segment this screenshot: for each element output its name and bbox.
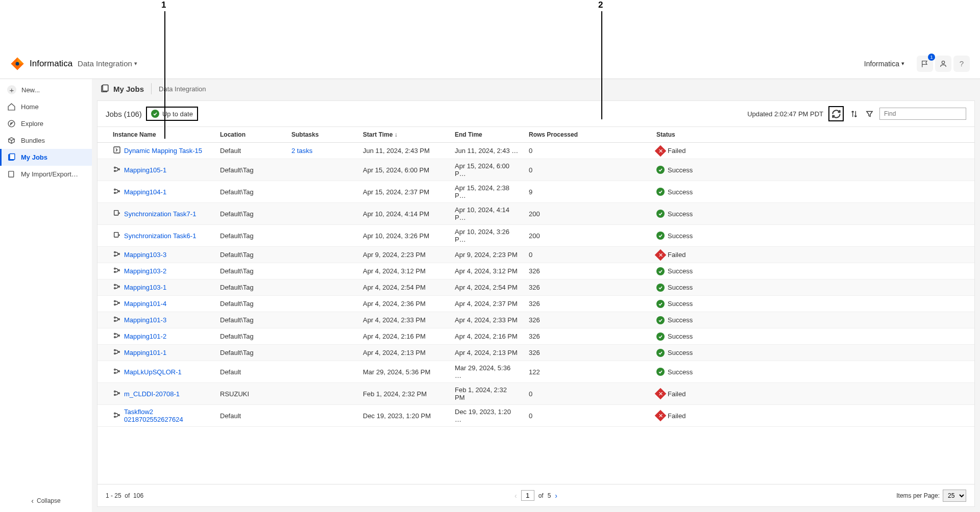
col-location[interactable]: Location bbox=[215, 127, 286, 143]
refresh-button[interactable] bbox=[831, 109, 841, 119]
app-switcher[interactable]: Data Integration▾ bbox=[78, 59, 137, 68]
home-icon bbox=[7, 103, 16, 111]
rows-processed-cell: 326 bbox=[524, 263, 651, 279]
table-row[interactable]: Mapping105-1Default\TagApr 15, 2024, 6:0… bbox=[97, 159, 974, 181]
location-cell: Default\Tag bbox=[215, 181, 286, 203]
page-number-input[interactable] bbox=[521, 490, 534, 501]
start-time-cell: Apr 15, 2024, 2:37 PM bbox=[358, 181, 450, 203]
sort-button[interactable] bbox=[849, 109, 859, 119]
start-time-cell: Jun 11, 2024, 2:43 PM bbox=[358, 143, 450, 159]
instance-name-link[interactable]: Mapping101-4 bbox=[124, 300, 166, 308]
svg-point-44 bbox=[114, 391, 116, 392]
job-type-icon bbox=[113, 389, 121, 399]
items-per-page-select[interactable]: 25 bbox=[943, 490, 966, 502]
sidebar-item-import-export[interactable]: My Import/Export… bbox=[0, 166, 92, 183]
table-row[interactable]: MapLkUpSQLOR-1DefaultMar 29, 2024, 5:36 … bbox=[97, 361, 974, 383]
status-cell: Success bbox=[656, 332, 969, 341]
help-button[interactable]: ? bbox=[953, 56, 970, 72]
col-start-time[interactable]: Start Time ↓ bbox=[358, 127, 450, 143]
instance-name-link[interactable]: Mapping101-3 bbox=[124, 316, 166, 324]
instance-name-link[interactable]: Mapping103-1 bbox=[124, 284, 166, 291]
col-instance-name[interactable]: Instance Name bbox=[97, 127, 215, 143]
status-cell: Success bbox=[656, 316, 969, 324]
informatica-logo-icon bbox=[10, 57, 24, 71]
col-rows-processed[interactable]: Rows Processed bbox=[524, 127, 651, 143]
failed-icon: ✕ bbox=[655, 145, 667, 157]
subtasks-cell bbox=[286, 361, 358, 383]
start-time-cell: Dec 19, 2023, 1:20 PM bbox=[358, 405, 450, 427]
location-cell: Default\Tag bbox=[215, 345, 286, 361]
sidebar-item-new[interactable]: + New... bbox=[0, 81, 92, 98]
location-cell: Default\Tag bbox=[215, 279, 286, 296]
svg-point-24 bbox=[114, 271, 116, 273]
subtasks-cell bbox=[286, 247, 358, 263]
sidebar-item-bundles[interactable]: Bundles bbox=[0, 132, 92, 149]
prev-page-button[interactable]: ‹ bbox=[514, 492, 517, 500]
svg-point-23 bbox=[114, 268, 116, 269]
sidebar-item-label: Home bbox=[21, 103, 39, 111]
sidebar-item-my-jobs[interactable]: My Jobs bbox=[0, 149, 92, 166]
notifications-button[interactable]: 1 bbox=[917, 56, 933, 72]
start-time-cell: Apr 9, 2024, 2:23 PM bbox=[358, 247, 450, 263]
table-row[interactable]: Mapping103-1Default\TagApr 4, 2024, 2:54… bbox=[97, 279, 974, 296]
table-row[interactable]: Mapping101-3Default\TagApr 4, 2024, 2:33… bbox=[97, 312, 974, 328]
location-cell: Default bbox=[215, 405, 286, 427]
svg-point-20 bbox=[114, 251, 116, 253]
org-switcher[interactable]: Informatica▾ bbox=[864, 60, 904, 68]
collapse-sidebar-button[interactable]: ‹ Collapse bbox=[0, 490, 92, 512]
status-cell: Success bbox=[656, 349, 969, 357]
instance-name-link[interactable]: Dynamic Mapping Task-15 bbox=[124, 147, 202, 155]
find-input[interactable] bbox=[879, 108, 966, 120]
sidebar-item-label: Bundles bbox=[21, 137, 45, 144]
table-row[interactable]: Mapping101-2Default\TagApr 4, 2024, 2:16… bbox=[97, 328, 974, 345]
instance-name-link[interactable]: Mapping101-1 bbox=[124, 349, 166, 356]
instance-name-link[interactable]: Mapping104-1 bbox=[124, 188, 166, 196]
success-icon bbox=[656, 210, 665, 218]
col-subtasks[interactable]: Subtasks bbox=[286, 127, 358, 143]
instance-name-link[interactable]: Taskflow2 0218702552627624 bbox=[124, 408, 210, 423]
end-time-cell: Apr 10, 2024, 4:14 P… bbox=[450, 203, 524, 225]
sidebar-item-label: New... bbox=[21, 86, 40, 94]
instance-name-link[interactable]: Mapping103-2 bbox=[124, 267, 166, 275]
instance-name-link[interactable]: MapLkUpSQLOR-1 bbox=[124, 368, 182, 376]
rows-processed-cell: 0 bbox=[524, 143, 651, 159]
table-row[interactable]: m_CLDDI-20708-1RSUZUKIFeb 1, 2024, 2:32 … bbox=[97, 383, 974, 405]
user-button[interactable] bbox=[935, 56, 951, 72]
table-row[interactable]: Synchronization Task7-1Default\TagApr 10… bbox=[97, 203, 974, 225]
subtasks-link[interactable]: 2 tasks bbox=[291, 147, 312, 155]
job-type-icon bbox=[113, 315, 121, 325]
filter-button[interactable] bbox=[864, 109, 874, 119]
table-row[interactable]: Mapping103-2Default\TagApr 4, 2024, 3:12… bbox=[97, 263, 974, 279]
col-status[interactable]: Status bbox=[651, 127, 974, 143]
divider bbox=[151, 83, 152, 94]
sidebar-item-home[interactable]: Home bbox=[0, 98, 92, 115]
instance-name-link[interactable]: Mapping105-1 bbox=[124, 166, 166, 174]
table-row[interactable]: Synchronization Task6-1Default\TagApr 10… bbox=[97, 225, 974, 247]
subtasks-cell bbox=[286, 312, 358, 328]
instance-name-link[interactable]: m_CLDDI-20708-1 bbox=[124, 390, 180, 398]
status-cell: Success bbox=[656, 232, 969, 240]
sidebar-item-explore[interactable]: Explore bbox=[0, 115, 92, 132]
table-row[interactable]: Mapping104-1Default\TagApr 15, 2024, 2:3… bbox=[97, 181, 974, 203]
table-row[interactable]: Mapping103-3Default\TagApr 9, 2024, 2:23… bbox=[97, 247, 974, 263]
instance-name-link[interactable]: Synchronization Task7-1 bbox=[124, 210, 196, 218]
page-range: 1 - 25 of 106 bbox=[106, 492, 143, 499]
next-page-button[interactable]: › bbox=[555, 492, 557, 500]
job-type-icon bbox=[113, 231, 121, 241]
instance-name-link[interactable]: Synchronization Task6-1 bbox=[124, 232, 196, 240]
job-type-icon bbox=[113, 367, 121, 377]
job-type-icon bbox=[113, 283, 121, 292]
table-row[interactable]: Mapping101-4Default\TagApr 4, 2024, 2:36… bbox=[97, 296, 974, 312]
table-row[interactable]: Mapping101-1Default\TagApr 4, 2024, 2:13… bbox=[97, 345, 974, 361]
table-row[interactable]: Taskflow2 0218702552627624DefaultDec 19,… bbox=[97, 405, 974, 427]
success-icon bbox=[656, 368, 665, 376]
page-title: My Jobs bbox=[100, 84, 144, 93]
instance-name-link[interactable]: Mapping103-3 bbox=[124, 251, 166, 259]
status-cell: Success bbox=[656, 300, 969, 308]
instance-name-link[interactable]: Mapping101-2 bbox=[124, 332, 166, 340]
subtasks-cell bbox=[286, 328, 358, 345]
svg-point-16 bbox=[114, 192, 116, 194]
table-row[interactable]: Dynamic Mapping Task-15Default2 tasksJun… bbox=[97, 143, 974, 159]
col-end-time[interactable]: End Time bbox=[450, 127, 524, 143]
svg-point-15 bbox=[114, 189, 116, 190]
